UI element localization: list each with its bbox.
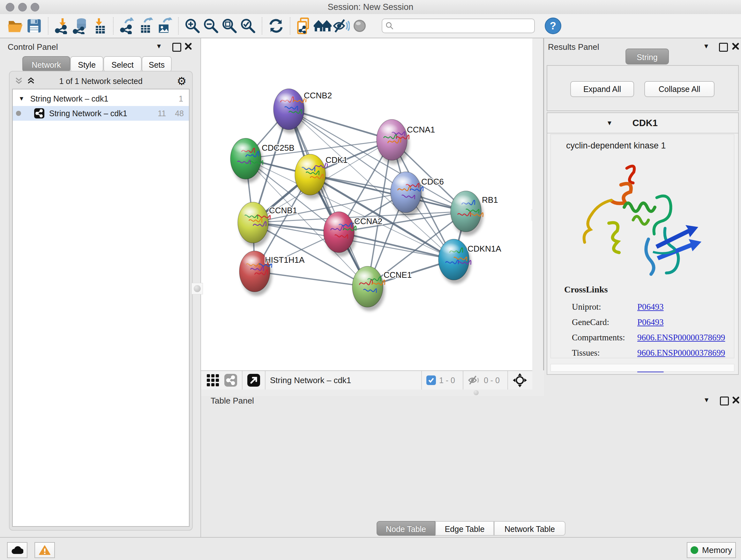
cloud-status-button[interactable] [7, 542, 27, 558]
protein-details: cyclin-dependent kinase 1 [550, 134, 734, 358]
crosslink-row: GeneCard:P06493 [572, 314, 731, 330]
cloud-icon [11, 546, 23, 555]
tab-node-table[interactable]: Node Table [377, 521, 435, 536]
network-node-CCNB1[interactable]: CCNB1 [238, 202, 297, 247]
selected-checkbox-icon[interactable] [426, 375, 436, 385]
control-panel-close-icon[interactable] [185, 43, 192, 50]
network-view-title: String Network – cdk1 [270, 375, 351, 385]
network-node-count: 11 [158, 109, 166, 118]
help-icon[interactable]: ? [544, 17, 562, 35]
status-bar: Memory [0, 537, 741, 560]
zoom-fit-icon[interactable] [220, 17, 239, 35]
table-panel-float-icon[interactable] [720, 396, 729, 406]
network-node-CCNE1[interactable]: CCNE1 [352, 266, 412, 311]
search-input[interactable] [394, 21, 531, 30]
protein-structure-image [573, 159, 714, 277]
open-session-icon[interactable] [6, 17, 25, 35]
table-panel-menu-icon[interactable]: ▾ [704, 395, 709, 404]
left-splitter-handle[interactable] [192, 283, 203, 294]
node-label-CCNA1: CCNA1 [407, 125, 435, 134]
application-window: Session: New Session [0, 0, 741, 560]
crosslink-value-link[interactable]: 9606.ENSP00000378699 [637, 330, 725, 345]
collection-count: 1 [179, 94, 183, 104]
node-label-CDKN1A: CDKN1A [468, 244, 501, 253]
horizontal-splitter-handle[interactable] [474, 390, 479, 395]
import-network-file-icon[interactable] [53, 17, 71, 35]
crosslink-value-link[interactable]: P06493 [637, 299, 664, 314]
fit-selected-crosshair-icon[interactable] [513, 373, 527, 388]
zoom-selected-icon[interactable] [239, 17, 257, 35]
network-node-CCNB2[interactable]: CCNB2 [273, 89, 332, 133]
node-label-CCNA2: CCNA2 [354, 216, 382, 226]
memory-button[interactable]: Memory [687, 542, 736, 558]
control-panel-title: Control Panel [8, 42, 58, 52]
network-node-CCNA1[interactable]: CCNA1 [377, 119, 435, 164]
birds-eye-grid-icon[interactable] [206, 374, 219, 387]
tab-style[interactable]: Style [70, 56, 104, 72]
crosslink-label: Compartments: [572, 330, 637, 345]
tab-select[interactable]: Select [104, 56, 142, 72]
crosslink-row: Uniprot:P06493 [572, 299, 731, 314]
results-panel-close-icon[interactable] [732, 43, 739, 50]
tree-collapse-icon[interactable]: ▼ [18, 95, 24, 102]
tab-network-table[interactable]: Network Table [494, 521, 565, 536]
network-canvas[interactable]: CCNB2CCNA1CDC25BCDK1CDC6RB1CCNB1CCNA2CDK… [201, 38, 532, 370]
table-tabs: Node TableEdge TableNetwork Table [377, 521, 565, 536]
network-options-gear-icon[interactable]: ⚙ [177, 75, 186, 87]
warnings-button[interactable] [35, 542, 55, 558]
network-label: String Network – cdk1 [49, 109, 127, 118]
home-networks-icon[interactable] [313, 17, 332, 35]
save-session-icon[interactable] [25, 17, 44, 35]
hide-unhide-icon[interactable] [332, 17, 350, 35]
control-panel-float-icon[interactable] [172, 43, 181, 52]
clone-network-icon[interactable] [295, 17, 313, 35]
node-label-CCNE1: CCNE1 [384, 270, 412, 280]
import-table-file-icon[interactable] [90, 17, 109, 35]
protein-collapse-icon[interactable]: ▼ [606, 119, 613, 127]
crosslink-label: GeneCard: [572, 314, 637, 330]
results-scrollbar-track[interactable] [550, 364, 734, 372]
string-app-icon [34, 108, 45, 119]
memory-label: Memory [702, 545, 732, 555]
results-panel-menu-icon[interactable]: ▾ [704, 42, 708, 51]
main-toolbar: ? [0, 14, 741, 38]
toolbar-separator [265, 371, 266, 389]
string-results-header-box: Expand All Collapse All [547, 65, 739, 111]
zoom-in-icon[interactable] [183, 17, 202, 35]
results-panel-title: Results Panel [548, 42, 599, 52]
export-image-icon[interactable] [155, 17, 174, 35]
tab-string[interactable]: String [625, 49, 669, 64]
export-network-icon[interactable] [118, 17, 137, 35]
collapse-all-button[interactable]: Collapse All [644, 81, 715, 97]
tab-edge-table[interactable]: Edge Table [435, 521, 494, 536]
expand-all-button[interactable]: Expand All [570, 81, 634, 97]
tab-sets[interactable]: Sets [142, 56, 172, 72]
toolbar-separator [178, 17, 179, 35]
toolbar-separator [48, 17, 49, 35]
results-panel-float-icon[interactable] [719, 43, 728, 52]
network-row[interactable]: String Network – cdk1 11 48 [13, 106, 189, 121]
crosslink-label: Uniprot: [572, 299, 637, 314]
table-panel-close-icon[interactable] [732, 396, 740, 404]
refresh-icon[interactable] [267, 17, 285, 35]
network-node-RB1[interactable]: RB1 [451, 191, 498, 236]
control-panel-tabs: NetworkStyleSelectSets [22, 56, 176, 72]
node-label-CDK1: CDK1 [326, 155, 347, 165]
crosslink-value-link[interactable]: 9606.ENSP00000378699 [637, 345, 725, 361]
search-field[interactable] [382, 18, 535, 33]
tab-network[interactable]: Network [22, 56, 70, 72]
string-view-icon[interactable] [224, 374, 238, 387]
open-in-window-icon[interactable] [247, 374, 260, 387]
level-indicator-icon [350, 17, 369, 35]
protein-header-row[interactable]: ▼ CDK1 [547, 113, 738, 133]
export-table-icon[interactable] [137, 17, 155, 35]
network-node-CDKN1A[interactable]: CDKN1A [439, 239, 501, 284]
network-status-dot-icon [16, 111, 21, 116]
zoom-out-icon[interactable] [202, 17, 220, 35]
control-panel-menu-icon[interactable]: ▾ [157, 42, 161, 51]
title-bar: Session: New Session [0, 0, 741, 15]
network-collection-row[interactable]: ▼ String Network – cdk1 1 [13, 91, 189, 106]
import-network-database-icon[interactable] [71, 17, 90, 35]
crosslink-value-link[interactable]: P06493 [637, 314, 664, 330]
warning-icon [39, 545, 51, 555]
